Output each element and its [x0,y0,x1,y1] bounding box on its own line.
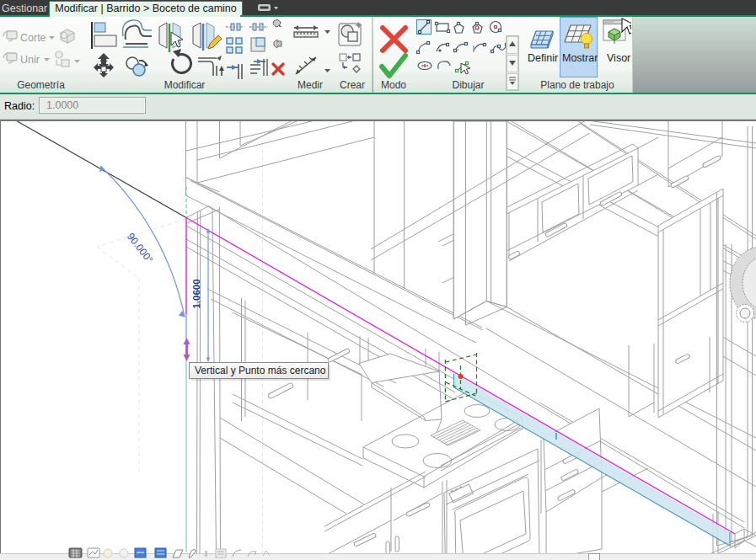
svg-text:1.0600: 1.0600 [191,279,201,308]
svg-text:90.000°: 90.000° [125,231,156,265]
svg-text:Visor: Visor [607,52,630,64]
svg-text:Mostrar: Mostrar [562,52,598,64]
svg-text:Corte: Corte [20,32,46,44]
svg-text:Unir: Unir [20,54,40,66]
svg-text:Vertical y Punto más cercano: Vertical y Punto más cercano [195,365,326,376]
svg-text:Definir: Definir [528,52,558,64]
